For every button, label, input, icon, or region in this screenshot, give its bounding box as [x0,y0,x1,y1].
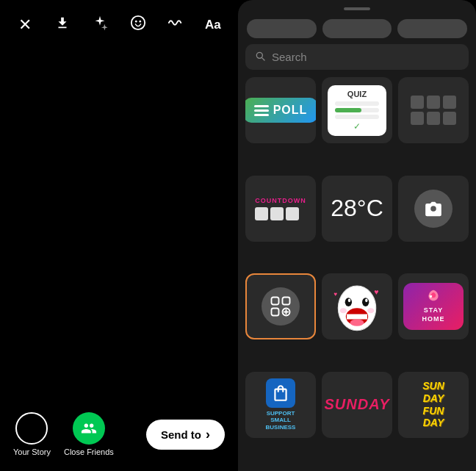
camera-sticker-cell[interactable] [398,176,469,242]
countdown-sticker-cell[interactable]: COUNTDOWN [245,176,316,242]
tab-pill-2[interactable] [322,19,392,38]
stayhome-sticker: ♥ STAY HOME [403,283,464,329]
num-cell-3 [443,96,456,109]
mouth-sticker-cell[interactable]: ♥ ♥ [322,273,392,339]
poll-label: POLL [273,104,308,117]
send-to-arrow: › [206,427,210,442]
stayhome-sticker-cell[interactable]: ♥ STAY HOME [398,273,469,339]
tab-pill-3[interactable] [397,19,467,38]
poll-sticker: POLL [245,98,316,123]
svg-point-11 [345,298,352,306]
bottom-bar: Your Story Close Friends Send to › [0,412,238,456]
close-friends-circle [73,412,105,445]
countdown-blocks [255,207,306,220]
support-sticker-cell[interactable]: SUPPORT SMALL BUSINESS [245,372,316,438]
close-icon[interactable]: ✕ [13,15,37,35]
svg-point-10 [350,320,364,326]
svg-point-0 [131,16,144,29]
drag-handle[interactable] [344,7,370,10]
camera-circle [414,190,452,228]
text-icon[interactable]: Aa [201,18,225,32]
countdown-label: COUNTDOWN [255,197,306,204]
num-cell-2 [427,96,440,109]
sundayfunday-sticker-cell[interactable]: SUN DAY FUN DAY [398,372,469,438]
mouth-sticker: ♥ ♥ [331,281,383,332]
svg-rect-4 [283,298,290,305]
search-bar [245,44,469,70]
quiz-sticker: QUIZ ✓ [328,85,386,136]
svg-point-12 [348,299,351,303]
numgrid-sticker-cell[interactable] [398,77,469,143]
svg-point-13 [362,298,369,306]
your-story-circle [15,412,48,445]
your-story-button[interactable]: Your Story [13,412,51,456]
num-cell-4 [411,112,424,125]
quiz-bar-1 [335,101,379,106]
svg-point-16 [367,308,374,313]
num-cell-6 [443,112,456,125]
svg-text:♥: ♥ [334,291,338,298]
svg-point-2 [139,21,141,23]
countdown-block-3 [286,207,299,220]
quiz-bar-green [335,108,361,112]
quiz-check-icon: ✓ [335,121,379,132]
svg-rect-5 [272,309,279,316]
poll-lines-icon [254,105,269,116]
svg-text:♥: ♥ [429,293,432,300]
svg-point-15 [340,308,347,313]
left-panel: ✕ Aa [0,0,238,471]
close-friends-label: Close Friends [64,447,114,456]
poll-sticker-cell[interactable]: POLL [245,77,316,143]
sticker-grid: POLL QUIZ ✓ [238,77,476,471]
wave-icon[interactable] [164,15,187,35]
support-label: SUPPORT SMALL BUSINESS [251,410,310,431]
add-sticker-cell[interactable] [245,273,316,339]
stay-home-line1: STAY [424,306,444,314]
num-cell-5 [427,112,440,125]
quiz-sticker-cell[interactable]: QUIZ ✓ [322,77,392,143]
quiz-label: QUIZ [335,90,379,98]
support-bag-icon [266,378,295,408]
top-toolbar: ✕ Aa [0,0,238,42]
send-to-label: Send to [161,428,201,441]
countdown-block-1 [255,207,268,220]
search-input[interactable] [272,51,460,63]
svg-rect-9 [347,314,367,320]
svg-point-1 [134,21,137,23]
svg-rect-3 [272,298,279,305]
quiz-bar-3 [335,115,379,119]
add-sticker-icon [262,287,300,326]
sparkle-icon[interactable] [88,15,112,35]
download-icon[interactable] [51,15,74,35]
svg-point-14 [365,299,368,303]
sunday-sticker: SUNDAY [325,396,390,413]
svg-text:♥: ♥ [374,287,378,296]
countdown-sticker: COUNTDOWN [255,197,306,220]
support-sticker: SUPPORT SMALL BUSINESS [251,378,310,431]
sundayfunday-sticker: SUN DAY FUN DAY [422,380,444,429]
temperature-sticker-cell[interactable]: 28°C [322,176,392,242]
tab-pill-1[interactable] [247,19,317,38]
emoji-icon[interactable] [126,15,150,35]
category-tabs [238,15,476,44]
num-cell-1 [411,96,424,109]
stay-home-line2: HOME [422,315,445,323]
temperature-sticker: 28°C [331,195,383,222]
close-friends-button[interactable]: Close Friends [64,412,114,456]
sunday-sticker-cell[interactable]: SUNDAY [322,372,392,438]
your-story-label: Your Story [13,447,51,456]
search-icon [254,50,266,64]
right-panel: POLL QUIZ ✓ [238,0,476,471]
send-to-button[interactable]: Send to › [146,420,225,450]
num-grid-sticker [406,91,461,129]
canvas-area [0,42,238,471]
countdown-block-2 [270,207,284,220]
